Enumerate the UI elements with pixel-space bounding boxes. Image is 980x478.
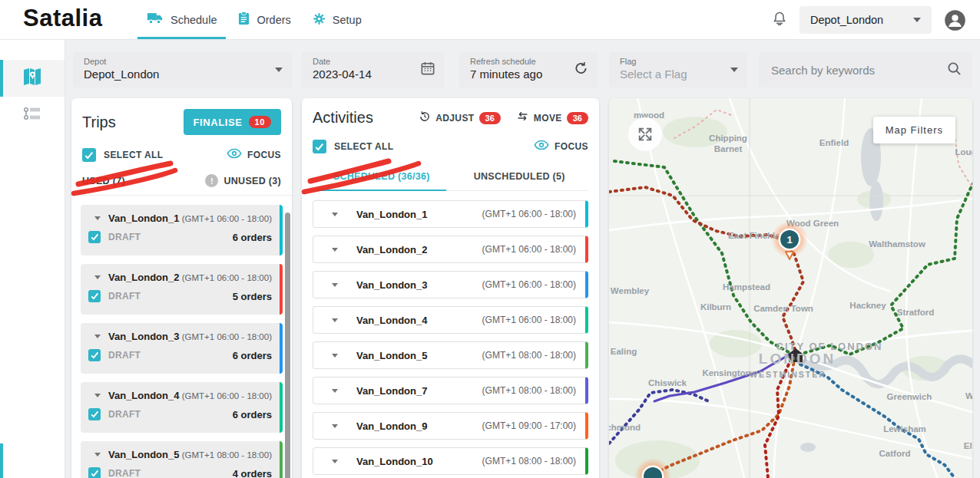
sidebar-item-timeline-view[interactable] <box>0 97 65 134</box>
sidebar-item-map-view[interactable] <box>0 60 65 97</box>
focus-label: FOCUS <box>247 150 281 160</box>
checkbox-checked-icon[interactable] <box>82 148 96 162</box>
activity-card[interactable]: Van_London_5 (GMT+1 08:00 - 18:00) <box>313 341 588 369</box>
trips-select-all[interactable]: SELECT ALL <box>82 148 164 162</box>
search-input[interactable] <box>759 64 947 77</box>
chevron-down-icon[interactable] <box>332 424 338 428</box>
activity-card[interactable]: Van_London_1 (GMT+1 06:00 - 18:00) <box>313 200 588 228</box>
refresh-schedule[interactable]: Refresh schedule 7 minutes ago <box>459 52 598 87</box>
map-panel[interactable]: mwoodChippingBarnetEnfieldLoughtEast Fin… <box>609 98 972 478</box>
trip-card[interactable]: Van_London_3 (GMT+1 06:00 - 18:00) DRAFT… <box>81 323 283 374</box>
chevron-down-icon[interactable] <box>332 283 338 287</box>
map-label: Greenwich <box>887 392 932 401</box>
adjust-label: ADJUST <box>435 113 474 124</box>
map-label: Barnet <box>714 144 743 153</box>
trips-tab-unused[interactable]: ! UNUSED (3) <box>205 174 281 187</box>
tab-unused-label: UNUSED (3) <box>223 176 281 186</box>
trip-status: DRAFT <box>108 291 141 302</box>
move-button[interactable]: MOVE 36 <box>516 110 588 125</box>
chevron-down-icon[interactable] <box>94 394 101 397</box>
trips-focus-toggle[interactable]: FOCUS <box>227 148 281 162</box>
chevron-down-icon[interactable] <box>332 318 338 322</box>
trip-status: DRAFT <box>108 232 141 242</box>
trip-name: Van_London_1 <box>108 213 179 224</box>
finalise-label: FINALISE <box>194 117 243 128</box>
flag-filter-label: Flag <box>620 57 738 66</box>
map-expand-button[interactable] <box>628 117 662 151</box>
map-routes <box>609 110 972 478</box>
trip-card[interactable]: Van_London_4 (GMT+1 06:00 - 18:00) DRAFT… <box>81 382 283 433</box>
checkbox-checked-icon[interactable] <box>88 231 101 243</box>
checkbox-checked-icon[interactable] <box>88 467 101 478</box>
flag-filter[interactable]: Flag Select a Flag <box>609 52 747 87</box>
chevron-down-icon <box>730 68 738 72</box>
trips-panel: Trips FINALISE 10 SELECT ALL FO <box>71 98 292 478</box>
chevron-down-icon[interactable] <box>332 354 338 358</box>
finalise-button[interactable]: FINALISE 10 <box>184 109 281 135</box>
chevron-down-icon[interactable] <box>332 248 338 252</box>
checkbox-checked-icon[interactable] <box>88 349 101 361</box>
refresh-schedule-label: Refresh schedule <box>470 57 588 66</box>
map-label: Lewisham <box>883 424 926 433</box>
chevron-down-icon[interactable] <box>94 216 101 220</box>
activities-select-all[interactable]: SELECT ALL <box>313 140 394 153</box>
chevron-down-icon[interactable] <box>94 275 101 279</box>
tab-unscheduled[interactable]: UNSCHEDULED (5) <box>451 164 589 190</box>
refresh-icon[interactable] <box>574 61 588 79</box>
date-filter-label: Date <box>313 57 435 66</box>
checkbox-checked-icon[interactable] <box>88 290 101 302</box>
nav-tab-orders[interactable]: Orders <box>227 0 301 39</box>
depot-switcher[interactable]: Depot_London <box>800 6 932 34</box>
depot-filter[interactable]: Depot Depot_London <box>73 52 292 87</box>
trips-scrollbar[interactable] <box>285 213 290 478</box>
activity-card[interactable]: Van_London_4 (GMT+1 06:00 - 18:00) <box>313 306 588 334</box>
activity-time-window: (GMT+1 08:00 - 18:00) <box>482 350 576 361</box>
activity-card[interactable]: Van_London_9 (GMT+1 09:00 - 17:00) <box>313 412 588 440</box>
activity-card[interactable]: Van_London_10 (GMT+1 08:00 - 18:00) <box>313 447 588 475</box>
left-sidebar <box>0 40 65 478</box>
keyword-search <box>759 52 972 87</box>
trip-orders-count: 6 orders <box>233 409 272 420</box>
trip-card[interactable]: Van_London_1 (GMT+1 06:00 - 18:00) DRAFT… <box>81 205 283 255</box>
trip-time-window: (GMT+1 06:00 - 18:00) <box>182 332 272 341</box>
date-filter-value: 2023-04-14 <box>313 68 435 81</box>
nav-tab-schedule[interactable]: Schedule <box>136 0 227 39</box>
activities-panel: Activities ADJUST 36 MOVE 36 <box>302 98 599 478</box>
chevron-down-icon[interactable] <box>332 460 338 463</box>
trip-card[interactable]: Van_London_2 (GMT+1 06:00 - 18:00) DRAFT… <box>81 264 283 315</box>
chevron-down-icon[interactable] <box>94 453 101 457</box>
checkbox-checked-icon[interactable] <box>313 140 326 153</box>
trip-status: DRAFT <box>108 350 141 361</box>
checkbox-checked-icon[interactable] <box>88 408 101 420</box>
map-label: Lought <box>955 147 972 157</box>
chevron-down-icon[interactable] <box>332 213 338 216</box>
select-all-label: SELECT ALL <box>104 150 164 160</box>
chevron-down-icon <box>275 68 283 72</box>
trip-card[interactable]: Van_London_5 (GMT+1 08:00 - 18:00) DRAFT… <box>81 441 283 478</box>
trips-tab-used[interactable]: USED (7) <box>82 176 125 186</box>
chevron-down-icon[interactable] <box>332 389 338 393</box>
tab-scheduled[interactable]: SCHEDULED (36/36) <box>313 164 451 190</box>
trip-orders-count: 6 orders <box>233 232 272 243</box>
search-icon[interactable] <box>947 61 962 79</box>
activities-focus-toggle[interactable]: FOCUS <box>534 140 588 153</box>
map-label: Kensington <box>702 368 750 377</box>
chevron-down-icon[interactable] <box>94 335 101 338</box>
user-avatar[interactable] <box>944 9 966 31</box>
date-filter[interactable]: Date 2023-04-14 <box>302 52 444 87</box>
activity-card[interactable]: Van_London_3 (GMT+1 06:00 - 18:00) <box>313 271 588 298</box>
map-label: Catford <box>879 449 911 458</box>
activity-card[interactable]: Van_London_2 (GMT+1 06:00 - 18:00) <box>313 236 588 263</box>
depot-filter-label: Depot <box>84 57 283 66</box>
notifications-bell-icon[interactable] <box>772 10 787 30</box>
map-label: Wool <box>965 391 972 401</box>
move-count-badge: 36 <box>567 112 588 124</box>
map-canvas[interactable]: mwoodChippingBarnetEnfieldLoughtEast Fin… <box>609 98 972 478</box>
adjust-button[interactable]: ADJUST 36 <box>419 110 501 126</box>
map-filters-button[interactable]: Map Filters <box>873 117 955 143</box>
trip-name: Van_London_4 <box>108 390 179 401</box>
nav-tab-setup[interactable]: Setup <box>302 0 372 39</box>
activity-card[interactable]: Van_London_7 (GMT+1 08:00 - 18:00) <box>313 377 588 404</box>
map-place-labels: mwoodChippingBarnetEnfieldLoughtEast Fin… <box>609 110 972 458</box>
trip-orders-count: 4 orders <box>233 468 272 478</box>
